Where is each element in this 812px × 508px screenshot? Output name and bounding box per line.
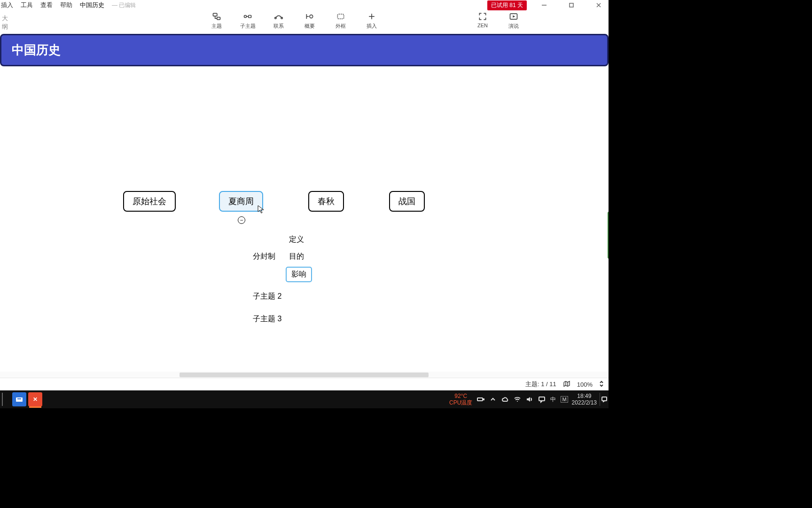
svg-rect-39	[483, 399, 484, 400]
start-edge[interactable]	[2, 393, 8, 406]
svg-rect-7	[249, 16, 251, 18]
toolbar-topic-button[interactable]: 主题	[208, 10, 225, 30]
branch-topic-1-selected[interactable]: 夏商周	[219, 191, 263, 212]
map-overview-button[interactable]	[563, 380, 570, 389]
window-close-button[interactable]	[589, 0, 609, 10]
svg-point-12	[310, 15, 313, 18]
app-window: 插入 工具 查看 帮助 中国历史 — 已编辑 已试用 81 天 大纲 主题 子主…	[0, 0, 609, 390]
outline-tab[interactable]: 大纲	[0, 10, 11, 31]
clock-time: 18:49	[572, 393, 597, 399]
toolbar: 大纲 主题 子主题 联系 概要 外框	[0, 10, 609, 34]
toolbar-right-group: ZEN 演说	[474, 10, 522, 30]
svg-rect-36	[16, 397, 23, 402]
mindmap-canvas[interactable]: 中国历史 原始社会 夏商周 春秋 战国 − 分封制 子主题 2 子主题 3 定义…	[0, 34, 609, 372]
svg-rect-42	[539, 397, 545, 401]
zoom-stepper[interactable]	[599, 381, 604, 389]
ime-indicator[interactable]: 中	[550, 396, 556, 404]
chevron-up-icon[interactable]	[489, 396, 497, 403]
plus-icon	[367, 10, 376, 23]
letterbox-right	[609, 0, 812, 508]
branch-topic-2[interactable]: 春秋	[308, 191, 344, 212]
svg-rect-4	[213, 13, 217, 16]
status-bar: 主题: 1 / 11 100%	[0, 378, 609, 390]
summary-icon	[305, 10, 314, 23]
menu-insert[interactable]: 插入	[1, 1, 13, 9]
window-maximize-button[interactable]	[562, 0, 581, 10]
close-icon	[596, 2, 601, 8]
trial-badge[interactable]: 已试用 81 天	[487, 0, 527, 10]
maximize-icon	[569, 2, 574, 8]
svg-rect-13	[337, 14, 344, 19]
cpu-temp-widget[interactable]: 92°C CPU温度	[449, 393, 472, 406]
toolbar-label: 主题	[211, 23, 222, 30]
toolbar-summary-button[interactable]: 概要	[301, 10, 318, 30]
svg-point-40	[517, 401, 518, 402]
toolbar-main-group: 主题 子主题 联系 概要 外框 插入	[208, 10, 380, 30]
toolbar-label: 演说	[508, 23, 519, 30]
toolbar-subtopic-button[interactable]: 子主题	[239, 10, 256, 30]
wifi-icon[interactable]	[514, 396, 521, 403]
horizontal-scrollbar[interactable]	[0, 372, 609, 378]
system-tray: 中 M	[477, 396, 568, 404]
cpu-temp-label: CPU温度	[449, 399, 472, 406]
notification-center-button[interactable]	[600, 393, 609, 406]
toolbar-zen-button[interactable]: ZEN	[474, 10, 491, 30]
svg-rect-1	[570, 3, 573, 7]
scrollbar-thumb[interactable]	[180, 373, 429, 377]
toolbar-label: 概要	[304, 23, 315, 30]
leaf-purpose[interactable]: 目的	[289, 252, 304, 262]
edited-indicator: — 已编辑	[112, 1, 136, 9]
minimize-icon	[541, 2, 547, 8]
menu-tools[interactable]: 工具	[21, 1, 33, 9]
toolbar-label: 外框	[336, 23, 346, 30]
windows-taskbar: ✕ 92°C CPU温度 中 M 18:49 2022/2/13	[0, 390, 609, 408]
branch-topic-0[interactable]: 原始社会	[123, 191, 176, 212]
cloud-icon[interactable]	[501, 396, 509, 403]
toolbar-insert-button[interactable]: 插入	[363, 10, 380, 30]
subtopic-3[interactable]: 子主题 3	[253, 314, 281, 324]
svg-rect-37	[17, 398, 21, 399]
subtopic-fenfengzhi[interactable]: 分封制	[253, 252, 275, 262]
leaf-impact-selected[interactable]: 影响	[286, 267, 312, 282]
chevron-up-down-icon	[599, 381, 604, 387]
taskbar-app-xmind[interactable]: ✕	[28, 392, 42, 406]
branch-topic-3[interactable]: 战国	[389, 191, 425, 212]
leaf-definition[interactable]: 定义	[289, 235, 304, 245]
subtopic-2[interactable]: 子主题 2	[253, 292, 281, 302]
svg-rect-5	[217, 17, 220, 20]
relationship-icon	[274, 10, 283, 23]
svg-marker-41	[527, 397, 530, 402]
document-title: 中国历史	[80, 1, 104, 9]
toolbar-present-button[interactable]: 演说	[505, 10, 522, 30]
map-icon	[563, 380, 570, 388]
notification-icon	[601, 396, 608, 403]
svg-rect-38	[477, 398, 483, 401]
taskbar-clock[interactable]: 18:49 2022/2/13	[572, 393, 597, 406]
fullscreen-icon	[478, 10, 487, 23]
topic-icon	[212, 10, 221, 23]
toolbar-label: 子主题	[240, 23, 256, 30]
window-minimize-button[interactable]	[534, 0, 554, 10]
toolbar-relationship-button[interactable]: 联系	[270, 10, 287, 30]
svg-marker-17	[513, 16, 515, 18]
boundary-icon	[336, 10, 345, 23]
topic-count-label: 主题: 1 / 11	[525, 380, 556, 389]
root-topic[interactable]: 中国历史	[0, 34, 609, 66]
toolbar-boundary-button[interactable]: 外框	[332, 10, 349, 30]
toolbar-label: 联系	[273, 23, 284, 30]
taskbar-app-1[interactable]	[12, 392, 26, 406]
message-icon[interactable]	[538, 396, 546, 403]
m-badge[interactable]: M	[561, 396, 568, 403]
clock-date: 2022/2/13	[572, 399, 597, 406]
menu-view[interactable]: 查看	[40, 1, 53, 9]
svg-rect-43	[602, 397, 607, 401]
battery-icon[interactable]	[477, 396, 484, 403]
zoom-level[interactable]: 100%	[577, 381, 593, 388]
collapse-toggle[interactable]: −	[238, 216, 245, 224]
menu-bar: 插入 工具 查看 帮助 中国历史 — 已编辑 已试用 81 天	[0, 0, 609, 10]
volume-icon[interactable]	[526, 396, 533, 403]
cpu-temp-value: 92°C	[449, 393, 472, 399]
menu-help[interactable]: 帮助	[60, 1, 72, 9]
toolbar-label: ZEN	[477, 23, 488, 28]
svg-point-6	[244, 16, 247, 18]
